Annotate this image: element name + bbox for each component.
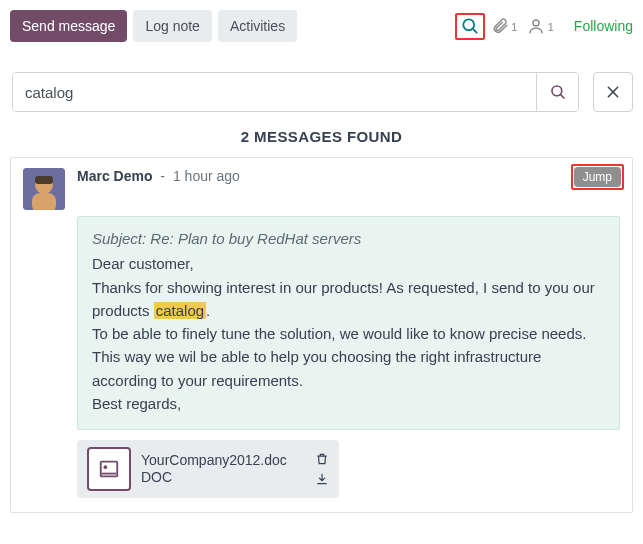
- message-time: 1 hour ago: [173, 168, 240, 184]
- message-search-close[interactable]: [593, 72, 633, 112]
- attachment-name: YourCompany2012.doc: [141, 452, 287, 470]
- jump-button[interactable]: Jump: [574, 167, 621, 187]
- svg-point-2: [533, 20, 539, 26]
- svg-line-1: [473, 28, 477, 32]
- attachments-count[interactable]: 1: [487, 15, 521, 37]
- following-toggle[interactable]: Following: [560, 18, 633, 34]
- svg-rect-10: [35, 176, 53, 184]
- author-avatar: [23, 168, 65, 210]
- send-message-button[interactable]: Send message: [10, 10, 127, 42]
- meta-separator: -: [156, 168, 169, 184]
- search-highlight: catalog: [154, 302, 206, 319]
- search-messages-icon[interactable]: [455, 13, 485, 40]
- message-search-box: [12, 72, 579, 112]
- body-line: Dear customer,: [92, 252, 605, 275]
- svg-line-4: [560, 94, 564, 98]
- log-note-button[interactable]: Log note: [133, 10, 212, 42]
- body-line: To be able to finely tune the solution, …: [92, 322, 605, 392]
- body-line: Thanks for showing interest in our produ…: [92, 276, 605, 323]
- message-subject: Subject: Re: Plan to buy RedHat servers: [92, 227, 605, 250]
- chatter-toolbar: Send message Log note Activities 1 1 Fol…: [10, 10, 633, 50]
- body-line: Best regards,: [92, 392, 605, 415]
- activities-button[interactable]: Activities: [218, 10, 297, 42]
- message-search-input[interactable]: [13, 73, 536, 111]
- message-body: Subject: Re: Plan to buy RedHat servers …: [77, 216, 620, 430]
- followers-count-number: 1: [547, 20, 553, 33]
- message-search-submit[interactable]: [536, 73, 578, 111]
- attachment-delete-icon[interactable]: [315, 452, 329, 466]
- svg-rect-9: [32, 193, 56, 210]
- svg-point-12: [104, 465, 108, 469]
- attachment-download-icon[interactable]: [315, 472, 329, 486]
- file-doc-icon: [87, 447, 131, 491]
- attachments-count-number: 1: [511, 20, 517, 33]
- message-author: Marc Demo: [77, 168, 152, 184]
- message-card: Jump Marc Demo - 1 hour ago Subject: Re:…: [10, 157, 633, 513]
- followers-count[interactable]: 1: [523, 15, 557, 37]
- search-results-count: 2 MESSAGES FOUND: [10, 112, 633, 157]
- attachment-type: DOC: [141, 469, 287, 487]
- attachment-chip[interactable]: YourCompany2012.doc DOC: [77, 440, 339, 498]
